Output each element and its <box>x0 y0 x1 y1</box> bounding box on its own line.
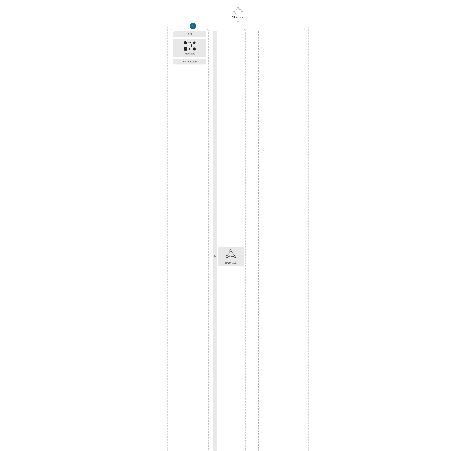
svg-line-30 <box>228 256 230 257</box>
top-region: 1 3 API <box>167 26 309 451</box>
svg-line-7 <box>234 13 236 13</box>
svg-marker-21 <box>188 48 190 50</box>
svg-line-5 <box>234 9 238 11</box>
data-column: API <box>211 29 245 451</box>
svg-rect-19 <box>184 47 187 50</box>
ai-framework-label: AI Framework <box>173 59 206 64</box>
svg-line-28 <box>228 251 230 256</box>
svg-marker-15 <box>190 42 191 44</box>
graph-data-label: Graph Data <box>225 262 236 264</box>
diagram-wrapper: INTERNET 1 3 API <box>167 6 309 451</box>
svg-marker-16 <box>193 41 196 44</box>
flow-row-top <box>184 41 196 44</box>
svg-marker-18 <box>191 46 192 47</box>
svg-point-24 <box>226 256 228 258</box>
svg-point-3 <box>235 13 236 14</box>
graph-icon <box>225 249 236 260</box>
svg-line-31 <box>232 256 234 257</box>
svg-point-26 <box>230 255 232 257</box>
svg-point-25 <box>234 256 236 258</box>
internet-label: INTERNET <box>231 15 245 18</box>
app-logic-inner: App Logic <box>173 39 206 57</box>
graph-api-label: API <box>213 31 217 451</box>
arrow-right-wrapper <box>248 29 256 451</box>
flow-row-bottom <box>184 47 196 51</box>
svg-point-23 <box>230 250 232 252</box>
app-logic-label: App Logic <box>185 52 195 55</box>
traditional-data-box: Traditional customer and corporate data … <box>258 29 305 451</box>
svg-point-13 <box>184 41 187 44</box>
svg-point-0 <box>237 7 239 9</box>
internet-icon <box>232 6 244 15</box>
graph-data-box: API <box>211 29 245 451</box>
internet-section: INTERNET <box>231 6 245 24</box>
flow-diagram <box>184 41 196 51</box>
svg-point-22 <box>193 47 196 50</box>
app-logic-box: API <box>171 29 209 451</box>
top-api-label: API <box>173 31 206 37</box>
badge-1: 1 <box>190 23 196 29</box>
arrow-down-icon <box>236 19 240 24</box>
svg-line-9 <box>240 10 242 11</box>
svg-marker-12 <box>237 21 239 23</box>
svg-line-29 <box>232 251 234 256</box>
graph-data-inner: Graph Data <box>218 247 244 266</box>
